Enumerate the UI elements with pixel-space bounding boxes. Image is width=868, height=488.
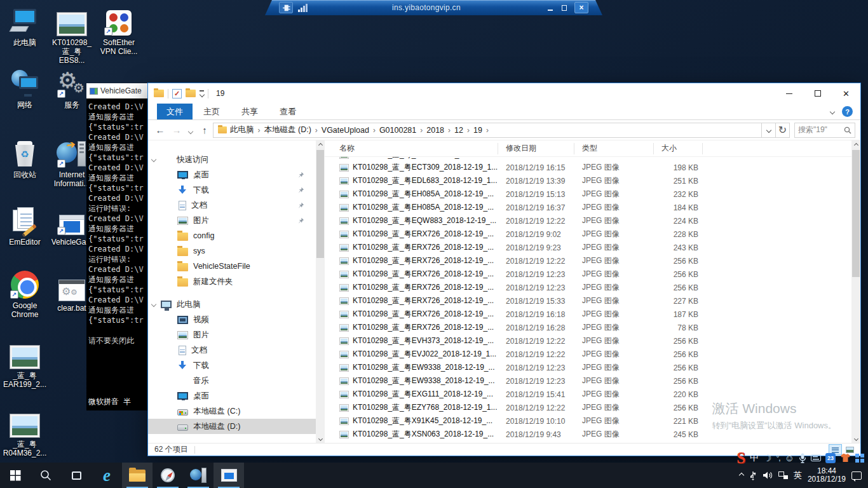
expand-ribbon-button[interactable]: [830, 109, 835, 114]
file-row[interactable]: KT010298_蓝_粤EZY768_2018-12-19_1...2018/1…: [325, 401, 851, 414]
file-row[interactable]: KT010298_蓝_粤EQW883_2018-12-19_...2018/12…: [325, 214, 851, 227]
keyboard-icon[interactable]: [811, 454, 821, 461]
desktop-icon[interactable]: ↗Google Chrome: [3, 268, 47, 319]
column-header-name[interactable]: 名称: [325, 143, 498, 154]
sogou-logo-icon[interactable]: S: [736, 450, 745, 466]
breadcrumb-item[interactable]: 12: [454, 126, 463, 135]
tab-view[interactable]: 查看: [269, 104, 307, 119]
tab-share[interactable]: 共享: [231, 104, 269, 119]
tab-home[interactable]: 主页: [193, 104, 231, 119]
taskbar-button-taskview[interactable]: [61, 463, 92, 488]
network-icon[interactable]: [778, 471, 788, 479]
scroll-up-arrow[interactable]: [316, 140, 325, 149]
file-row[interactable]: KT010298_蓝_粤ERX726_2018-12-19_...2018/12…: [325, 227, 851, 241]
breadcrumb-separator-icon[interactable]: ›: [448, 126, 451, 135]
file-row[interactable]: KT010298_蓝_粤ERX726_2018-12-19_...2018/12…: [325, 268, 851, 281]
address-dropdown-button[interactable]: [762, 123, 776, 138]
file-row[interactable]: KT010298_蓝_粤EVH373_2018-12-19_...2018/12…: [325, 334, 851, 348]
nav-item[interactable]: 文档: [148, 342, 316, 358]
column-header-size[interactable]: 大小: [654, 143, 703, 154]
desktop-icon[interactable]: 此电脑: [3, 5, 47, 47]
file-row[interactable]: KT010298_蓝_粤ERX726_2018-12-19_...2018/12…: [325, 281, 851, 294]
file-row[interactable]: KT010298_蓝_粤ERX726_2018-12-19_...2018/12…: [325, 241, 851, 254]
desktop-icon[interactable]: ↗SoftEther VPN Clie...: [97, 5, 141, 56]
taskbar-button-vehicle-app[interactable]: [214, 463, 244, 488]
scroll-up-arrow[interactable]: [851, 140, 860, 149]
recent-locations-button[interactable]: [185, 125, 196, 135]
breadcrumb-item[interactable]: G0100281: [379, 126, 416, 135]
refresh-button[interactable]: ↻: [776, 123, 790, 138]
search-box[interactable]: 搜索"19": [794, 123, 855, 138]
console-titlebar[interactable]: VehicleGate: [86, 83, 148, 98]
nav-item[interactable]: 桌面: [148, 388, 316, 403]
hidden-icons-chevron[interactable]: [739, 473, 744, 478]
app-grid-icon[interactable]: [855, 454, 864, 463]
user-badge-icon[interactable]: 23: [825, 453, 836, 463]
rdp-restore-button[interactable]: [557, 2, 571, 13]
close-button[interactable]: ✕: [832, 83, 860, 104]
microphone-icon[interactable]: [799, 453, 806, 463]
scrollbar-thumb[interactable]: [316, 150, 324, 258]
nav-item[interactable]: 下载: [148, 182, 316, 198]
breadcrumb-separator-icon[interactable]: ›: [315, 126, 318, 135]
breadcrumb-separator-icon[interactable]: ›: [420, 126, 423, 135]
taskbar-button-compass[interactable]: [153, 463, 183, 488]
file-row[interactable]: KT010298_蓝_粤EH085A_2018-12-19_...2018/12…: [325, 187, 851, 201]
volume-icon[interactable]: [763, 471, 773, 480]
file-row[interactable]: KT010298_蓝_粤ERX726_2018-12-19_...2018/12…: [325, 321, 851, 334]
skin-shirt-icon[interactable]: [840, 453, 851, 463]
nav-item[interactable]: 视频: [148, 312, 316, 327]
rdp-minimize-button[interactable]: [543, 2, 557, 13]
file-row[interactable]: KT010298_蓝_粤ECT309_2018-12-19_1...2018/1…: [325, 161, 851, 174]
ime-language-toggle[interactable]: 中: [750, 452, 759, 464]
help-button[interactable]: ?: [842, 106, 853, 117]
nav-item[interactable]: sys: [148, 243, 316, 259]
punctuation-toggle-icon[interactable]: °,: [776, 454, 780, 463]
usb-device-icon[interactable]: [749, 471, 757, 480]
nav-item[interactable]: 快速访问: [148, 152, 316, 167]
file-row[interactable]: KT010298_蓝_粤X91K45_2018-12-19_...2018/12…: [325, 414, 851, 428]
taskbar-button-search[interactable]: [31, 463, 61, 488]
breadcrumb-item[interactable]: 此电脑: [230, 125, 254, 135]
customize-qat-button[interactable]: [200, 90, 204, 97]
emoji-icon[interactable]: ☺: [785, 452, 794, 463]
taskbar-button-ie[interactable]: e: [92, 463, 122, 488]
column-header-type[interactable]: 类型: [574, 143, 654, 154]
nav-item[interactable]: 图片: [148, 213, 316, 228]
file-row[interactable]: KT010298_蓝_粤ERX726_2018-12-19_...2018/12…: [325, 294, 851, 308]
file-row[interactable]: KT010298_蓝_粤XSN063_2018-12-19_...2018/12…: [325, 428, 851, 441]
file-row[interactable]: KT010298_蓝_粤EDL683_2018-12-19_1...2018/1…: [325, 174, 851, 187]
nav-item[interactable]: 桌面: [148, 167, 316, 182]
breadcrumb-separator-icon[interactable]: ›: [373, 126, 376, 135]
explorer-titlebar[interactable]: ✓ 19 ✕: [148, 83, 860, 104]
nav-item[interactable]: 下载: [148, 358, 316, 373]
maximize-button[interactable]: [803, 83, 832, 104]
properties-check-button[interactable]: ✓: [172, 89, 182, 98]
nav-item[interactable]: 本地磁盘 (C:): [148, 403, 316, 419]
rdp-close-button[interactable]: ×: [574, 2, 588, 13]
expander-chevron-icon[interactable]: [151, 302, 156, 307]
forward-button[interactable]: →: [168, 125, 185, 135]
rdp-signal-button[interactable]: [295, 2, 309, 13]
nav-item[interactable]: 新建文件夹: [148, 274, 316, 289]
nav-item[interactable]: VehicleStateFile: [148, 259, 316, 274]
scroll-down-arrow[interactable]: [316, 434, 325, 443]
console-window[interactable]: VehicleGate Created D:\V通知服务器进{"status":…: [86, 83, 148, 410]
breadcrumb-item[interactable]: 2018: [426, 126, 444, 135]
breadcrumb-item[interactable]: 19: [473, 126, 482, 135]
nav-item[interactable]: 本地磁盘 (D:): [148, 419, 316, 434]
desktop-icon[interactable]: EmEditor: [3, 205, 47, 247]
scrollbar-thumb[interactable]: [852, 150, 860, 277]
file-row[interactable]: KT010298_蓝_粤EVJ022_2018-12-19_1...2018/1…: [325, 348, 851, 361]
new-folder-button[interactable]: [186, 90, 196, 97]
breadcrumb-separator-icon[interactable]: ›: [467, 126, 470, 135]
moon-icon[interactable]: ☽: [763, 452, 771, 464]
address-bar[interactable]: 此电脑›本地磁盘 (D:)›VGateUpload›G0100281›2018›…: [213, 123, 762, 138]
file-row[interactable]: KT010298_蓝_粤EH085A_2018-12-19_...2018/12…: [325, 201, 851, 214]
file-row[interactable]: KT010298_蓝_粤EXG111_2018-12-19_...2018/12…: [325, 388, 851, 401]
up-button[interactable]: ↑: [196, 125, 213, 135]
nav-item[interactable]: 音乐: [148, 373, 316, 388]
action-center-icon[interactable]: [851, 471, 862, 480]
taskbar-button-iis[interactable]: [183, 463, 214, 488]
scroll-down-arrow[interactable]: [851, 434, 860, 443]
